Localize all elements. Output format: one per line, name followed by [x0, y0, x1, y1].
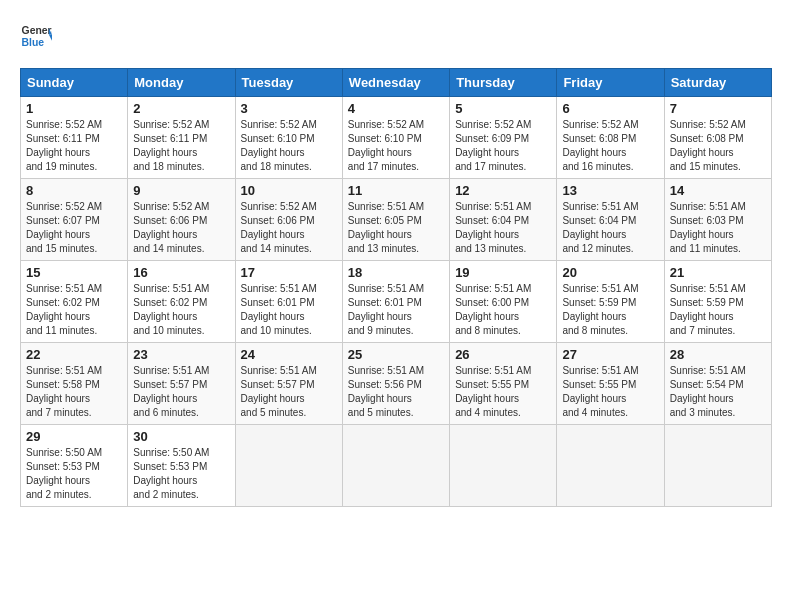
day-number: 3: [241, 101, 337, 116]
day-info: Sunrise: 5:51 AM Sunset: 6:00 PM Dayligh…: [455, 282, 551, 338]
day-info: Sunrise: 5:51 AM Sunset: 5:59 PM Dayligh…: [562, 282, 658, 338]
logo-icon: General Blue: [20, 20, 52, 52]
day-number: 18: [348, 265, 444, 280]
day-info: Sunrise: 5:51 AM Sunset: 5:58 PM Dayligh…: [26, 364, 122, 420]
day-cell: [664, 425, 771, 507]
day-number: 2: [133, 101, 229, 116]
day-info: Sunrise: 5:51 AM Sunset: 6:04 PM Dayligh…: [562, 200, 658, 256]
day-number: 6: [562, 101, 658, 116]
day-number: 22: [26, 347, 122, 362]
logo: General Blue: [20, 20, 56, 52]
day-info: Sunrise: 5:51 AM Sunset: 6:02 PM Dayligh…: [133, 282, 229, 338]
day-info: Sunrise: 5:51 AM Sunset: 5:56 PM Dayligh…: [348, 364, 444, 420]
day-cell: 29 Sunrise: 5:50 AM Sunset: 5:53 PM Dayl…: [21, 425, 128, 507]
day-info: Sunrise: 5:51 AM Sunset: 6:03 PM Dayligh…: [670, 200, 766, 256]
day-cell: [450, 425, 557, 507]
day-number: 13: [562, 183, 658, 198]
day-cell: 30 Sunrise: 5:50 AM Sunset: 5:53 PM Dayl…: [128, 425, 235, 507]
day-number: 7: [670, 101, 766, 116]
day-cell: 1 Sunrise: 5:52 AM Sunset: 6:11 PM Dayli…: [21, 97, 128, 179]
day-cell: 16 Sunrise: 5:51 AM Sunset: 6:02 PM Dayl…: [128, 261, 235, 343]
day-cell: 13 Sunrise: 5:51 AM Sunset: 6:04 PM Dayl…: [557, 179, 664, 261]
day-cell: 27 Sunrise: 5:51 AM Sunset: 5:55 PM Dayl…: [557, 343, 664, 425]
day-cell: 23 Sunrise: 5:51 AM Sunset: 5:57 PM Dayl…: [128, 343, 235, 425]
svg-text:Blue: Blue: [22, 37, 45, 48]
day-info: Sunrise: 5:51 AM Sunset: 5:59 PM Dayligh…: [670, 282, 766, 338]
day-info: Sunrise: 5:50 AM Sunset: 5:53 PM Dayligh…: [133, 446, 229, 502]
day-info: Sunrise: 5:52 AM Sunset: 6:06 PM Dayligh…: [241, 200, 337, 256]
day-cell: 14 Sunrise: 5:51 AM Sunset: 6:03 PM Dayl…: [664, 179, 771, 261]
day-info: Sunrise: 5:51 AM Sunset: 5:55 PM Dayligh…: [455, 364, 551, 420]
day-number: 9: [133, 183, 229, 198]
day-number: 26: [455, 347, 551, 362]
day-info: Sunrise: 5:52 AM Sunset: 6:06 PM Dayligh…: [133, 200, 229, 256]
day-number: 25: [348, 347, 444, 362]
day-info: Sunrise: 5:51 AM Sunset: 6:02 PM Dayligh…: [26, 282, 122, 338]
col-header-wednesday: Wednesday: [342, 69, 449, 97]
day-cell: 3 Sunrise: 5:52 AM Sunset: 6:10 PM Dayli…: [235, 97, 342, 179]
col-header-monday: Monday: [128, 69, 235, 97]
day-number: 20: [562, 265, 658, 280]
svg-text:General: General: [22, 25, 52, 36]
day-cell: 7 Sunrise: 5:52 AM Sunset: 6:08 PM Dayli…: [664, 97, 771, 179]
day-number: 10: [241, 183, 337, 198]
day-info: Sunrise: 5:52 AM Sunset: 6:08 PM Dayligh…: [670, 118, 766, 174]
day-cell: 22 Sunrise: 5:51 AM Sunset: 5:58 PM Dayl…: [21, 343, 128, 425]
col-header-saturday: Saturday: [664, 69, 771, 97]
col-header-thursday: Thursday: [450, 69, 557, 97]
col-header-tuesday: Tuesday: [235, 69, 342, 97]
day-info: Sunrise: 5:51 AM Sunset: 5:55 PM Dayligh…: [562, 364, 658, 420]
day-cell: 26 Sunrise: 5:51 AM Sunset: 5:55 PM Dayl…: [450, 343, 557, 425]
calendar-table: SundayMondayTuesdayWednesdayThursdayFrid…: [20, 68, 772, 507]
week-row-5: 29 Sunrise: 5:50 AM Sunset: 5:53 PM Dayl…: [21, 425, 772, 507]
week-row-3: 15 Sunrise: 5:51 AM Sunset: 6:02 PM Dayl…: [21, 261, 772, 343]
day-number: 5: [455, 101, 551, 116]
day-number: 16: [133, 265, 229, 280]
day-number: 1: [26, 101, 122, 116]
day-cell: [235, 425, 342, 507]
day-cell: 25 Sunrise: 5:51 AM Sunset: 5:56 PM Dayl…: [342, 343, 449, 425]
day-info: Sunrise: 5:52 AM Sunset: 6:10 PM Dayligh…: [241, 118, 337, 174]
day-info: Sunrise: 5:52 AM Sunset: 6:10 PM Dayligh…: [348, 118, 444, 174]
week-row-1: 1 Sunrise: 5:52 AM Sunset: 6:11 PM Dayli…: [21, 97, 772, 179]
day-number: 8: [26, 183, 122, 198]
day-info: Sunrise: 5:51 AM Sunset: 6:01 PM Dayligh…: [241, 282, 337, 338]
day-info: Sunrise: 5:52 AM Sunset: 6:09 PM Dayligh…: [455, 118, 551, 174]
day-number: 12: [455, 183, 551, 198]
day-number: 19: [455, 265, 551, 280]
day-cell: 18 Sunrise: 5:51 AM Sunset: 6:01 PM Dayl…: [342, 261, 449, 343]
day-number: 15: [26, 265, 122, 280]
day-number: 4: [348, 101, 444, 116]
day-cell: 12 Sunrise: 5:51 AM Sunset: 6:04 PM Dayl…: [450, 179, 557, 261]
day-cell: 15 Sunrise: 5:51 AM Sunset: 6:02 PM Dayl…: [21, 261, 128, 343]
day-cell: 5 Sunrise: 5:52 AM Sunset: 6:09 PM Dayli…: [450, 97, 557, 179]
day-number: 23: [133, 347, 229, 362]
day-cell: 24 Sunrise: 5:51 AM Sunset: 5:57 PM Dayl…: [235, 343, 342, 425]
day-info: Sunrise: 5:51 AM Sunset: 5:57 PM Dayligh…: [133, 364, 229, 420]
day-cell: 4 Sunrise: 5:52 AM Sunset: 6:10 PM Dayli…: [342, 97, 449, 179]
day-cell: 2 Sunrise: 5:52 AM Sunset: 6:11 PM Dayli…: [128, 97, 235, 179]
day-number: 21: [670, 265, 766, 280]
col-header-sunday: Sunday: [21, 69, 128, 97]
day-cell: 9 Sunrise: 5:52 AM Sunset: 6:06 PM Dayli…: [128, 179, 235, 261]
day-info: Sunrise: 5:52 AM Sunset: 6:07 PM Dayligh…: [26, 200, 122, 256]
day-info: Sunrise: 5:51 AM Sunset: 6:01 PM Dayligh…: [348, 282, 444, 338]
day-info: Sunrise: 5:51 AM Sunset: 6:04 PM Dayligh…: [455, 200, 551, 256]
day-number: 17: [241, 265, 337, 280]
day-cell: 21 Sunrise: 5:51 AM Sunset: 5:59 PM Dayl…: [664, 261, 771, 343]
day-info: Sunrise: 5:50 AM Sunset: 5:53 PM Dayligh…: [26, 446, 122, 502]
day-cell: 6 Sunrise: 5:52 AM Sunset: 6:08 PM Dayli…: [557, 97, 664, 179]
day-cell: [557, 425, 664, 507]
day-info: Sunrise: 5:51 AM Sunset: 5:54 PM Dayligh…: [670, 364, 766, 420]
day-number: 28: [670, 347, 766, 362]
day-info: Sunrise: 5:52 AM Sunset: 6:08 PM Dayligh…: [562, 118, 658, 174]
day-cell: 10 Sunrise: 5:52 AM Sunset: 6:06 PM Dayl…: [235, 179, 342, 261]
week-row-4: 22 Sunrise: 5:51 AM Sunset: 5:58 PM Dayl…: [21, 343, 772, 425]
day-number: 30: [133, 429, 229, 444]
day-cell: 11 Sunrise: 5:51 AM Sunset: 6:05 PM Dayl…: [342, 179, 449, 261]
week-row-2: 8 Sunrise: 5:52 AM Sunset: 6:07 PM Dayli…: [21, 179, 772, 261]
day-number: 11: [348, 183, 444, 198]
day-cell: 8 Sunrise: 5:52 AM Sunset: 6:07 PM Dayli…: [21, 179, 128, 261]
col-header-friday: Friday: [557, 69, 664, 97]
day-cell: 19 Sunrise: 5:51 AM Sunset: 6:00 PM Dayl…: [450, 261, 557, 343]
